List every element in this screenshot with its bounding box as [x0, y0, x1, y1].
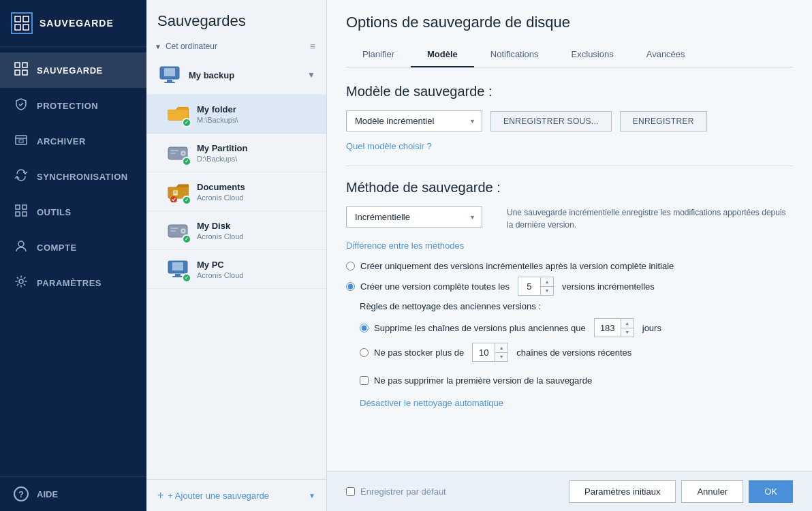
left-panel: Sauvegardes ▼ Cet ordinateur ≡ My backup… [146, 0, 327, 511]
cleanup-title: Règles de nettoyage des anciennes versio… [360, 301, 793, 311]
methode-title: Méthode de sauvegarde : [346, 180, 793, 196]
list-item[interactable]: My backup ▼ [146, 56, 326, 95]
aide-icon: ? [14, 486, 29, 501]
cancel-button[interactable]: Annuler [681, 480, 743, 503]
radio-no-store-label: Ne pas stocker plus de [374, 347, 464, 358]
sidebar-logo: SAUVEGARDE [0, 0, 146, 47]
tab-planifier[interactable]: Planifier [346, 42, 411, 67]
chevron-down-icon: ▼ [309, 492, 315, 499]
radio-complete[interactable] [346, 282, 355, 291]
svg-rect-7 [22, 70, 27, 75]
radio-no-store[interactable] [360, 348, 369, 357]
svg-rect-2 [15, 25, 20, 30]
sidebar-item-outils[interactable]: OUTILS [0, 194, 146, 230]
sidebar-item-sauvegarde[interactable]: SAUVEGARDE [0, 52, 146, 88]
methode-dropdown[interactable]: Incrémentielle Différentielle Complète [346, 206, 482, 228]
radio-complete-label: Créer une version complète toutes les [360, 281, 510, 292]
save-button[interactable]: ENREGISTRER [620, 111, 707, 131]
add-backup-button[interactable]: + + Ajouter une sauvegarde ▼ [146, 479, 326, 511]
methode-description: Une sauvegarde incrémentielle enregistre… [507, 206, 793, 231]
sidebar-item-archiver[interactable]: ARCHIVER [0, 123, 146, 159]
sidebar-item-synchronisation[interactable]: SYNCHRONISATION [0, 159, 146, 194]
list-item[interactable]: Documents Acronis Cloud [146, 172, 326, 211]
days-input[interactable] [595, 322, 621, 335]
store-input[interactable] [473, 346, 495, 359]
backup-item-name: My folder [197, 104, 315, 114]
tab-exclusions[interactable]: Exclusions [555, 42, 630, 67]
list-item[interactable]: My Partition D:\Backups\ [146, 134, 326, 172]
left-panel-title: Sauvegardes [157, 12, 246, 30]
backup-item-name: My PC [197, 260, 315, 270]
sidebar-item-parametres[interactable]: PARAMÈTRES [0, 265, 146, 300]
days-spinner-up-btn[interactable]: ▲ [621, 319, 634, 328]
methode-help-link[interactable]: Différence entre les méthodes [346, 241, 464, 251]
radio-delete-older-row: Supprime les chaînes de versions plus an… [360, 318, 793, 337]
status-ok-badge [182, 118, 191, 127]
initial-params-button[interactable]: Paramètres initiaux [569, 480, 676, 503]
radio-no-store-row: Ne pas stocker plus de ▲ ▼ chaînes de ve… [360, 343, 793, 362]
ok-button[interactable]: OK [749, 480, 793, 503]
backup-list: My backup ▼ My folder M:\Backups\ [146, 56, 326, 479]
backup-icon-folder [166, 102, 190, 126]
backup-icon-pc [166, 257, 190, 281]
svg-rect-3 [23, 25, 29, 30]
modele-help-link[interactable]: Quel modèle choisir ? [346, 141, 432, 151]
backup-item-path: Acronis Cloud [197, 271, 315, 279]
checkbox-no-delete-label: Ne pas supprimer la première version de … [374, 375, 592, 386]
spinner-down-btn[interactable]: ▼ [541, 286, 553, 296]
disable-auto-link[interactable]: Désactiver le nettoyage automatique [360, 398, 503, 408]
sidebar-item-label: ARCHIVER [37, 136, 86, 146]
tab-avancees[interactable]: Avancées [630, 42, 702, 67]
save-as-button[interactable]: ENREGISTRER SOUS... [490, 111, 612, 131]
sidebar-item-protection[interactable]: PROTECTION [0, 88, 146, 123]
radio-delete-older[interactable] [360, 324, 369, 332]
list-item[interactable]: My Disk Acronis Cloud [146, 211, 326, 250]
days-spinner-down-btn[interactable]: ▼ [621, 328, 634, 337]
backup-icon-disk [166, 140, 190, 165]
status-ok-badge [182, 196, 191, 205]
status-ok-badge [182, 234, 191, 244]
svg-rect-4 [15, 63, 20, 67]
backup-item-path: Acronis Cloud [197, 232, 315, 241]
status-ok-badge [182, 157, 191, 166]
list-item[interactable]: My PC Acronis Cloud [146, 250, 326, 289]
backup-item-path: Acronis Cloud [197, 193, 315, 202]
compte-icon [14, 239, 29, 256]
status-ok-badge [182, 273, 191, 283]
sidebar-item-compte[interactable]: COMPTE [0, 230, 146, 265]
checkbox-save-default[interactable] [346, 487, 355, 496]
radio-incremental[interactable] [346, 262, 355, 270]
store-spinner-up-btn[interactable]: ▲ [495, 343, 507, 352]
days-spinner: ▲ ▼ [594, 318, 634, 337]
complete-versions-input[interactable] [518, 280, 540, 293]
svg-rect-10 [19, 140, 23, 142]
svg-point-32 [183, 230, 185, 232]
checkbox-no-delete[interactable] [360, 376, 369, 385]
sidebar-footer-aide[interactable]: ? AIDE [0, 476, 146, 511]
list-item[interactable]: My folder M:\Backups\ [146, 95, 326, 134]
svg-rect-13 [16, 212, 20, 216]
footer-bar: Enregistrer par défaut Paramètres initia… [327, 471, 812, 511]
sidebar-item-label: PARAMÈTRES [37, 278, 102, 288]
protection-icon [14, 97, 29, 114]
days-suffix: jours [642, 323, 661, 333]
sauvegarde-icon [14, 62, 29, 78]
radio-delete-older-label: Supprime les chaînes de versions plus an… [374, 323, 586, 333]
chevron-down-icon: ▼ [155, 43, 161, 50]
archiver-icon [14, 133, 29, 149]
svg-rect-36 [172, 262, 183, 270]
section-menu-icon: ≡ [310, 41, 315, 52]
section-header[interactable]: ▼ Cet ordinateur ≡ [146, 37, 326, 56]
svg-rect-20 [164, 82, 175, 83]
divider [346, 166, 793, 166]
tab-modele[interactable]: Modèle [411, 42, 474, 67]
backup-icon-monitor [157, 63, 182, 87]
modele-dropdown[interactable]: Modèle incrémentiel Modèle différentiel … [346, 110, 482, 131]
spinner-up-btn[interactable]: ▲ [541, 277, 553, 286]
tab-notifications[interactable]: Notifications [474, 42, 555, 67]
sync-icon [14, 168, 29, 185]
svg-rect-12 [22, 205, 27, 209]
store-spinner-down-btn[interactable]: ▼ [495, 352, 507, 362]
modele-title: Modèle de sauvegarde : [346, 84, 793, 99]
add-icon: + [157, 489, 163, 501]
